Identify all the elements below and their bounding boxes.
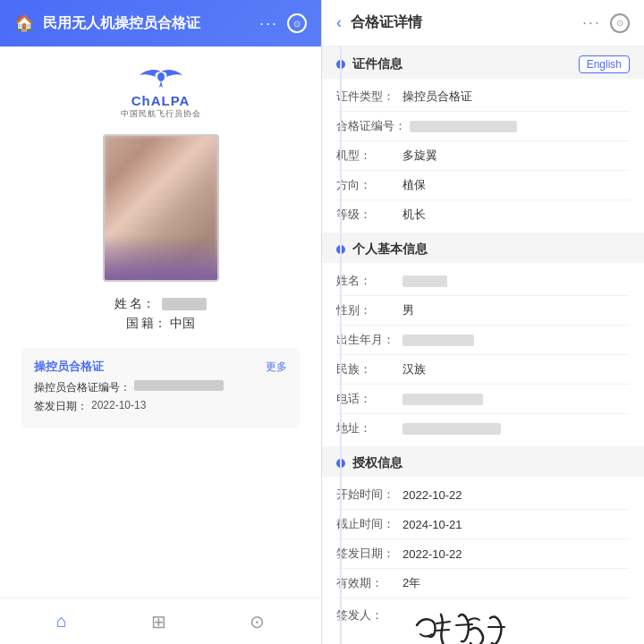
personal-info-title: 个人基本信息 — [352, 242, 428, 258]
left-footer: ⌂ ⊞ ⊙ — [0, 597, 321, 644]
cert-number-detail-label: 合格证编号： — [336, 118, 406, 134]
cert-number-detail-row: 合格证编号： — [336, 112, 630, 141]
sign-date-value: 2022-10-22 — [402, 547, 462, 561]
gender-row: 性别： 男 — [336, 296, 630, 326]
ethnicity-row: 民族： 汉族 — [336, 355, 630, 385]
footer-home-icon[interactable]: ⌂ — [56, 611, 67, 631]
pname-label: 姓名： — [336, 273, 399, 289]
level-value: 机长 — [402, 207, 426, 223]
footer-grid-icon[interactable]: ⊞ — [151, 611, 166, 632]
right-more-options-icon[interactable]: ··· — [582, 13, 601, 32]
address-label: 地址： — [336, 420, 399, 436]
cert-number-value-blurred — [134, 380, 224, 391]
right-panel: ‹ 合格证详情 ··· ⊙ 证件信息 English 证件类型： 操控员合格证 … — [322, 0, 644, 644]
name-label: 姓 名： — [114, 296, 156, 310]
nationality-label: 国 籍： — [126, 316, 167, 330]
gender-label: 性别： — [336, 302, 399, 318]
cert-type-row: 证件类型： 操控员合格证 — [336, 82, 630, 112]
chalpa-name-text: ChALPA — [131, 93, 191, 108]
left-title: 民用无人机操控员合格证 — [43, 14, 250, 33]
right-content: 证件信息 English 证件类型： 操控员合格证 合格证编号： 机型： 多旋翼… — [322, 47, 644, 644]
left-content: ChALPA 中国民航飞行员协会 姓 名： 国 籍： 中国 操控员合格证 更多 … — [0, 47, 321, 597]
more-options-icon[interactable]: ··· — [259, 14, 278, 33]
birthday-row: 出生年月： — [336, 326, 630, 355]
phone-row: 电话： — [336, 385, 630, 414]
ethnicity-label: 民族： — [336, 361, 399, 377]
section-dot-personal — [336, 245, 345, 254]
cert-info-title: 证件信息 — [352, 56, 402, 72]
auth-info-section: 授权信息 开始时间： 2022-10-22 截止时间： 2024-10-21 签… — [322, 446, 644, 644]
section-dot-cert — [336, 60, 345, 69]
issue-date-value: 2022-10-13 — [91, 399, 146, 414]
right-qr-icon[interactable]: ⊙ — [610, 13, 630, 33]
start-time-label: 开始时间： — [336, 487, 399, 503]
model-row: 机型： 多旋翼 — [336, 141, 630, 171]
footer-scan-icon[interactable]: ⊙ — [250, 611, 265, 632]
end-time-value: 2024-10-21 — [402, 518, 462, 531]
phone-blurred — [402, 394, 483, 405]
direction-label: 方向： — [336, 177, 399, 193]
validity-row: 有效期： 2年 — [336, 569, 630, 598]
model-value: 多旋翼 — [402, 148, 437, 164]
personal-info-card: 姓名： 性别： 男 出生年月： 民族： 汉族 电话： — [322, 263, 644, 446]
validity-value: 2年 — [402, 575, 420, 591]
end-time-label: 截止时间： — [336, 516, 399, 532]
cert-section-label: 操控员合格证 — [34, 359, 104, 375]
cert-type-value: 操控员合格证 — [402, 89, 472, 105]
more-link[interactable]: 更多 — [266, 360, 287, 375]
photo-overlay — [105, 235, 217, 280]
cert-number-label: 操控员合格证编号： — [34, 380, 131, 395]
signature-image — [410, 607, 517, 644]
start-time-value: 2022-10-22 — [402, 488, 462, 502]
phone-label: 电话： — [336, 391, 399, 407]
cert-info-section: 证件信息 English 证件类型： 操控员合格证 合格证编号： 机型： 多旋翼… — [322, 47, 644, 233]
auth-info-title: 授权信息 — [352, 455, 402, 471]
id-photo — [103, 134, 219, 282]
cert-number-row: 操控员合格证编号： — [34, 380, 287, 395]
gender-value: 男 — [402, 302, 414, 318]
cert-info-card: 证件类型： 操控员合格证 合格证编号： 机型： 多旋翼 方向： 植保 等级： — [322, 79, 644, 233]
cert-type-label: 证件类型： — [336, 89, 399, 105]
model-label: 机型： — [336, 148, 399, 164]
name-row: 姓 名： — [21, 296, 300, 312]
birthday-blurred — [402, 335, 474, 346]
right-title: 合格证详情 — [351, 13, 573, 32]
left-header: 🏠 民用无人机操控员合格证 ··· ⊙ — [0, 0, 321, 47]
auth-info-card: 开始时间： 2022-10-22 截止时间： 2024-10-21 签发日期： … — [322, 477, 644, 644]
cert-section: 操控员合格证 更多 操控员合格证编号： 签发日期： 2022-10-13 — [21, 348, 300, 428]
address-blurred — [402, 423, 501, 435]
pname-row: 姓名： — [336, 267, 630, 296]
sign-date-row: 签发日期： 2022-10-22 — [336, 539, 630, 569]
direction-row: 方向： 植保 — [336, 171, 630, 200]
english-button[interactable]: English — [579, 55, 630, 73]
cert-info-header: 证件信息 English — [322, 47, 644, 79]
right-header: ‹ 合格证详情 ··· ⊙ — [322, 0, 644, 47]
auth-info-header: 授权信息 — [322, 446, 644, 477]
svg-point-0 — [157, 72, 165, 81]
personal-info-header: 个人基本信息 — [322, 233, 644, 263]
chalpa-logo: ChALPA 中国民航飞行员协会 — [121, 64, 201, 120]
cert-section-title-row: 操控员合格证 更多 — [34, 359, 287, 375]
cert-number-detail-blurred — [410, 121, 517, 132]
qr-icon[interactable]: ⊙ — [287, 13, 307, 33]
ethnicity-value: 汉族 — [402, 361, 426, 377]
validity-label: 有效期： — [336, 575, 399, 591]
issue-date-row: 签发日期： 2022-10-13 — [34, 399, 287, 414]
nationality-row: 国 籍： 中国 — [21, 316, 300, 332]
sign-date-label: 签发日期： — [336, 546, 399, 562]
level-label: 等级： — [336, 207, 399, 223]
level-row: 等级： 机长 — [336, 200, 630, 229]
signer-row: 签发人： — [336, 598, 630, 644]
section-dot-auth — [336, 459, 345, 468]
left-panel: 🏠 民用无人机操控员合格证 ··· ⊙ ChALPA 中国民航飞行员协会 姓 名… — [0, 0, 322, 644]
pname-blurred — [402, 275, 447, 287]
signature-svg — [410, 607, 517, 644]
birthday-label: 出生年月： — [336, 332, 399, 348]
home-icon[interactable]: 🏠 — [14, 13, 34, 33]
issue-date-label: 签发日期： — [34, 399, 88, 414]
end-time-row: 截止时间： 2024-10-21 — [336, 510, 630, 539]
name-blurred — [162, 298, 207, 310]
direction-value: 植保 — [402, 177, 426, 193]
back-button[interactable]: ‹ — [336, 13, 342, 32]
start-time-row: 开始时间： 2022-10-22 — [336, 480, 630, 510]
